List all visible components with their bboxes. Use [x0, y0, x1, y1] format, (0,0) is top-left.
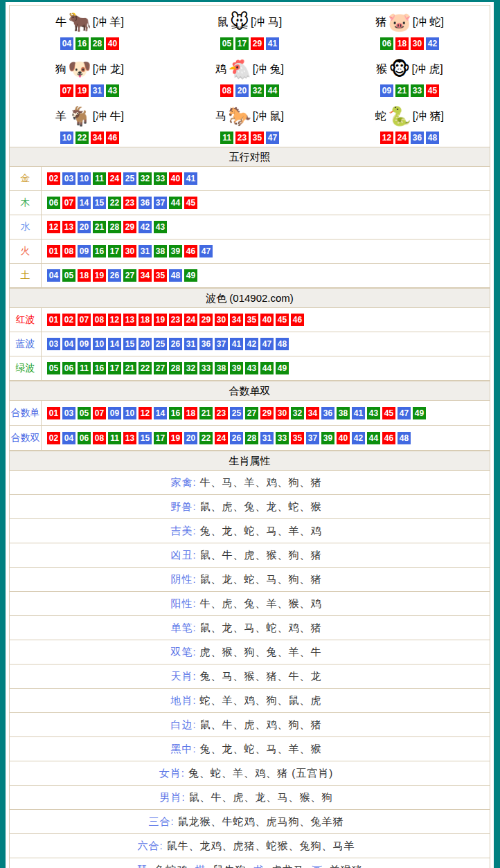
wuxing-section: 金02031011242532334041木060714152223363744…	[10, 167, 490, 288]
number-ball: 11	[93, 172, 106, 185]
number-ball: 24	[395, 132, 409, 144]
shengxiao-row-label: 女肖:	[159, 767, 185, 780]
number-ball: 43	[154, 221, 167, 233]
zodiac-cell: 牛🐂[冲 羊]04162840	[10, 6, 170, 53]
number-ball: 19	[169, 432, 182, 444]
number-ball: 04	[60, 37, 73, 50]
number-ball: 25	[154, 338, 167, 350]
shengxiao-row-label: 白边:	[170, 718, 196, 732]
number-ball: 11	[108, 432, 121, 444]
number-ball: 20	[78, 221, 91, 233]
number-ball: 45	[276, 314, 289, 326]
number-ball: 32	[251, 84, 264, 97]
number-ball: 36	[411, 132, 424, 144]
shengxiao-row: 阳性:牛、虎、兔、羊、猴、鸡	[10, 592, 490, 616]
bose-section: 红波0102070812131819232429303435404546蓝波03…	[10, 308, 490, 381]
wuxing-row: 木06071415222336374445	[10, 191, 490, 215]
number-ball: 33	[411, 84, 424, 97]
number-ball: 22	[139, 362, 152, 374]
qqsh-label: 琴:	[136, 864, 151, 868]
zodiac-number-list: 05172941	[220, 37, 279, 50]
number-ball: 23	[215, 407, 228, 419]
number-ball: 38	[154, 245, 167, 257]
number-list: 0102070812131819232429303435404546	[42, 308, 490, 332]
number-ball: 08	[62, 245, 75, 257]
zodiac-animal-name: 马	[215, 109, 226, 124]
number-ball: 05	[47, 362, 60, 374]
number-ball: 12	[47, 221, 60, 233]
number-ball: 42	[245, 338, 258, 350]
number-ball: 42	[426, 37, 439, 50]
zodiac-name-line: 猴🐵[冲 虎]	[376, 56, 443, 84]
monkey-icon: 🐵	[389, 60, 410, 79]
number-ball: 24	[184, 314, 197, 326]
shengxiao-row-value: 牛、虎、兔、羊、猴、鸡	[200, 597, 322, 611]
section-title: 五行对照	[229, 151, 271, 163]
zodiac-name-line: 鼠🐭[冲 马]	[217, 9, 283, 37]
shengxiao-row: 单笔:鼠、龙、马、蛇、鸡、猪	[10, 616, 490, 640]
number-ball: 31	[91, 84, 104, 97]
ox-icon: 🐂	[68, 13, 91, 32]
shengxiao-row-value: 鼠、牛、虎、鸡、狗、猪	[200, 718, 322, 732]
number-ball: 46	[184, 245, 197, 257]
number-ball: 05	[220, 37, 233, 50]
zodiac-clash-label: [冲 牛]	[93, 109, 124, 124]
number-list: 0108091617303138394647	[42, 239, 490, 263]
number-ball: 21	[93, 221, 106, 233]
number-ball: 48	[276, 338, 289, 350]
shengxiao-row-value: 兔、马、猴、猪、牛、龙	[200, 670, 322, 683]
zodiac-name-line: 猪🐷[冲 蛇]	[375, 9, 444, 37]
shengxiao-row: 天肖:兔、马、猴、猪、牛、龙	[10, 664, 490, 689]
shengxiao-row-value: 鼠、牛、虎、猴、狗、猪	[200, 549, 322, 562]
number-ball: 39	[230, 362, 243, 374]
wuxing-row: 水1213202128294243	[10, 215, 490, 239]
number-ball: 40	[169, 172, 182, 185]
zodiac-number-list: 12243648	[380, 132, 439, 144]
number-ball: 31	[139, 245, 152, 257]
number-list: 06071415222336374445	[42, 191, 490, 215]
heshu-row-label: 合数单	[10, 401, 42, 425]
zodiac-name-line: 蛇🐍[冲 猪]	[375, 103, 444, 131]
number-list: 1213202128294243	[42, 215, 490, 239]
number-ball: 37	[306, 432, 319, 444]
number-ball: 44	[367, 432, 380, 444]
number-ball: 07	[93, 407, 106, 419]
zodiac-number-list: 04162840	[60, 37, 119, 50]
wuxing-row-label: 土	[10, 264, 42, 287]
number-ball: 35	[291, 432, 304, 444]
zodiac-animal-name: 鼠	[217, 15, 229, 30]
shengxiao-row-value: 兔、龙、蛇、马、羊、猴	[200, 743, 322, 756]
shengxiao-row-value: 鼠、龙、蛇、马、狗、猪	[200, 573, 322, 586]
number-ball: 36	[139, 197, 152, 209]
number-ball: 44	[260, 362, 274, 374]
lottery-reference-table: 牛🐂[冲 羊]04162840鼠🐭[冲 马]05172941猪🐷[冲 蛇]061…	[9, 5, 490, 868]
heshu-row: 合数双0204060811131517192022242628313335373…	[10, 426, 490, 451]
wuxing-row-label: 金	[10, 167, 42, 190]
shengxiao-row-value: 鼠、龙、马、蛇、鸡、猪	[200, 622, 322, 635]
number-ball: 25	[230, 407, 243, 419]
number-ball: 47	[260, 338, 274, 350]
number-ball: 43	[106, 84, 119, 97]
zodiac-animal-name: 猪	[375, 15, 386, 30]
number-ball: 20	[139, 338, 152, 350]
number-ball: 38	[215, 362, 228, 374]
zodiac-number-list: 07193143	[60, 84, 119, 97]
shengxiao-row-label: 野兽:	[170, 500, 196, 514]
number-ball: 32	[139, 172, 152, 185]
number-ball: 30	[276, 407, 289, 419]
number-ball: 06	[78, 432, 91, 444]
section-title: 生肖属性	[229, 455, 271, 467]
number-ball: 45	[184, 197, 197, 209]
zodiac-cell: 鸡🐔[冲 兔]08203244	[170, 53, 330, 100]
number-ball: 40	[106, 37, 119, 50]
shengxiao-row-value: 虎、猴、狗、兔、羊、牛	[200, 646, 322, 659]
zodiac-clash-label: [冲 蛇]	[413, 15, 444, 30]
number-ball: 16	[75, 37, 89, 50]
number-ball: 24	[215, 432, 228, 444]
number-ball: 05	[78, 407, 91, 419]
qqsh-value: 鼠牛狗	[213, 864, 247, 868]
bose-row-label: 绿波	[10, 356, 42, 380]
zodiac-animal-name: 鸡	[215, 62, 226, 77]
number-ball: 15	[123, 338, 136, 350]
number-ball: 44	[169, 197, 182, 209]
